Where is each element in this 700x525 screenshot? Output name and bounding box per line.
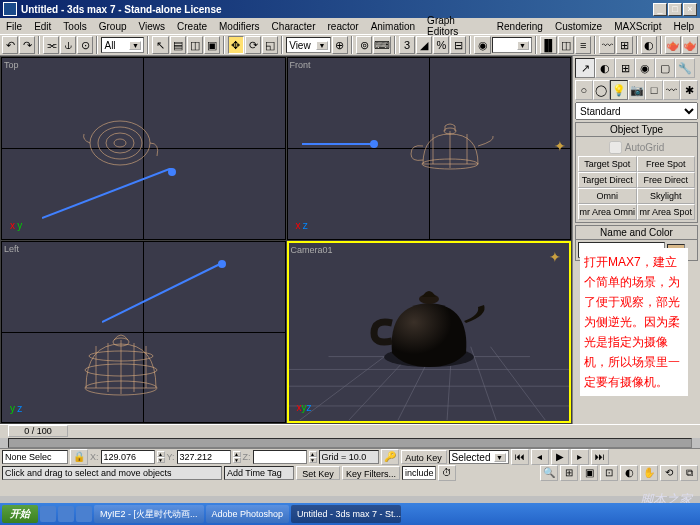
close-button[interactable]: × <box>683 3 697 16</box>
omni-button[interactable]: Omni <box>578 188 637 204</box>
track-bar[interactable] <box>8 438 692 448</box>
start-button[interactable]: 开始 <box>2 505 38 523</box>
percent-snap-button[interactable]: % <box>433 36 449 54</box>
modify-tab[interactable]: ◐ <box>595 58 615 78</box>
systems-subtab[interactable]: ✱ <box>680 80 698 100</box>
align-button[interactable]: ◫ <box>558 36 574 54</box>
autokey-button[interactable]: Auto Key <box>401 450 447 464</box>
taskbar-item-myie2[interactable]: MyIE2 - [火星时代动画... <box>94 505 204 523</box>
menu-rendering[interactable]: Rendering <box>493 20 547 33</box>
menu-maxscript[interactable]: MAXScript <box>610 20 665 33</box>
menu-animation[interactable]: Animation <box>367 20 419 33</box>
target-spot-button[interactable]: Target Spot <box>578 156 637 172</box>
keyfilter-selected[interactable]: Selected▼ <box>449 450 509 464</box>
mr-area-spot-button[interactable]: mr Area Spot <box>637 204 696 220</box>
prev-frame-button[interactable]: ◂ <box>531 449 549 465</box>
quicklaunch-icon[interactable] <box>58 506 74 522</box>
viewport-left[interactable]: Left y z <box>1 241 286 424</box>
named-sel-set[interactable]: ▼ <box>492 37 532 53</box>
viewport-front[interactable]: Front x z ✦ <box>287 57 572 240</box>
target-direct-button[interactable]: Target Direct <box>578 172 637 188</box>
link-button[interactable]: ⫘ <box>43 36 59 54</box>
key-filters-button[interactable]: Key Filters... <box>342 466 400 480</box>
menu-file[interactable]: File <box>2 20 26 33</box>
time-slider-thumb[interactable]: 0 / 100 <box>8 425 68 437</box>
transform-y-field[interactable]: 327.212 <box>177 450 231 464</box>
spinner-snap-button[interactable]: ⊟ <box>450 36 466 54</box>
maximize-button[interactable]: □ <box>668 3 682 16</box>
named-sets-button[interactable]: ◉ <box>474 36 490 54</box>
layers-button[interactable]: ≡ <box>575 36 591 54</box>
taskbar-item-3dsmax[interactable]: Untitled - 3ds max 7 - St... <box>291 505 401 523</box>
menu-grapheditors[interactable]: Graph Editors <box>423 14 489 38</box>
taskbar-item-photoshop[interactable]: Adobe Photoshop <box>206 505 290 523</box>
menu-modifiers[interactable]: Modifiers <box>215 20 264 33</box>
render-scene-button[interactable]: 🫖 <box>665 36 681 54</box>
curve-editor-button[interactable]: 〰 <box>599 36 615 54</box>
zoom-all-button[interactable]: ⊞ <box>560 465 578 481</box>
menu-group[interactable]: Group <box>95 20 131 33</box>
quicklaunch-icon[interactable] <box>40 506 56 522</box>
bind-button[interactable]: ⊙ <box>77 36 93 54</box>
menu-help[interactable]: Help <box>669 20 698 33</box>
time-config-button[interactable]: ⏱ <box>438 465 456 481</box>
select-name-button[interactable]: ▤ <box>170 36 186 54</box>
zoom-extents-all-button[interactable]: ⊡ <box>600 465 618 481</box>
transform-z-field[interactable] <box>253 450 307 464</box>
zoom-extents-button[interactable]: ▣ <box>580 465 598 481</box>
menu-reactor[interactable]: reactor <box>324 20 363 33</box>
redo-button[interactable]: ↷ <box>19 36 35 54</box>
maximize-viewport-button[interactable]: ⧉ <box>680 465 698 481</box>
mr-area-omni-button[interactable]: mr Area Omni <box>578 204 637 220</box>
viewport-top[interactable]: Top x y <box>1 57 286 240</box>
menu-views[interactable]: Views <box>135 20 170 33</box>
snap-button[interactable]: 3 <box>399 36 415 54</box>
arc-rotate-button[interactable]: ⟲ <box>660 465 678 481</box>
goto-end-button[interactable]: ⏭ <box>591 449 609 465</box>
time-slider[interactable]: 0 / 100 <box>0 424 700 438</box>
lights-subtab[interactable]: 💡 <box>610 80 628 100</box>
spacewarps-subtab[interactable]: 〰 <box>663 80 681 100</box>
goto-start-button[interactable]: ⏮ <box>511 449 529 465</box>
select-button[interactable]: ↖ <box>152 36 168 54</box>
menu-create[interactable]: Create <box>173 20 211 33</box>
angle-snap-button[interactable]: ◢ <box>416 36 432 54</box>
cameras-subtab[interactable]: 📷 <box>628 80 646 100</box>
fov-button[interactable]: ◐ <box>620 465 638 481</box>
category-dropdown[interactable]: Standard <box>575 102 698 120</box>
setkey-button[interactable]: Set Key <box>296 466 340 480</box>
window-crossing-button[interactable]: ▣ <box>204 36 220 54</box>
minimize-button[interactable]: _ <box>653 3 667 16</box>
selection-filter[interactable]: All▼ <box>101 37 144 53</box>
material-editor-button[interactable]: ◐ <box>641 36 657 54</box>
schematic-button[interactable]: ⊞ <box>616 36 632 54</box>
undo-button[interactable]: ↶ <box>2 36 18 54</box>
play-button[interactable]: ▶ <box>551 449 569 465</box>
scale-button[interactable]: ◱ <box>262 36 278 54</box>
menu-customize[interactable]: Customize <box>551 20 606 33</box>
menu-tools[interactable]: Tools <box>59 20 90 33</box>
key-mode-button[interactable]: 🔑 <box>381 449 399 465</box>
utilities-tab[interactable]: 🔧 <box>675 58 695 78</box>
keymode-button[interactable]: ⌨ <box>373 36 391 54</box>
manipulate-button[interactable]: ⊚ <box>356 36 372 54</box>
geometry-subtab[interactable]: ○ <box>575 80 593 100</box>
zoom-button[interactable]: 🔍 <box>540 465 558 481</box>
rotate-button[interactable]: ⟳ <box>245 36 261 54</box>
move-button[interactable]: ✥ <box>228 36 244 54</box>
display-tab[interactable]: ▢ <box>655 58 675 78</box>
mirror-button[interactable]: ▐▌ <box>540 36 558 54</box>
quicklaunch-icon[interactable] <box>76 506 92 522</box>
rollout-object-type[interactable]: Object Type <box>575 122 698 137</box>
pan-button[interactable]: ✋ <box>640 465 658 481</box>
helpers-subtab[interactable]: □ <box>645 80 663 100</box>
skylight-button[interactable]: Skylight <box>637 188 696 204</box>
shapes-subtab[interactable]: ◯ <box>593 80 611 100</box>
unlink-button[interactable]: ⫝ <box>60 36 76 54</box>
next-frame-button[interactable]: ▸ <box>571 449 589 465</box>
add-time-tag[interactable]: Add Time Tag <box>224 466 294 480</box>
pivot-button[interactable]: ⊕ <box>332 36 348 54</box>
hierarchy-tab[interactable]: ⊞ <box>615 58 635 78</box>
viewport-camera[interactable]: Camera01 ✦ xyz <box>287 241 572 424</box>
rollout-name-color[interactable]: Name and Color <box>575 225 698 240</box>
